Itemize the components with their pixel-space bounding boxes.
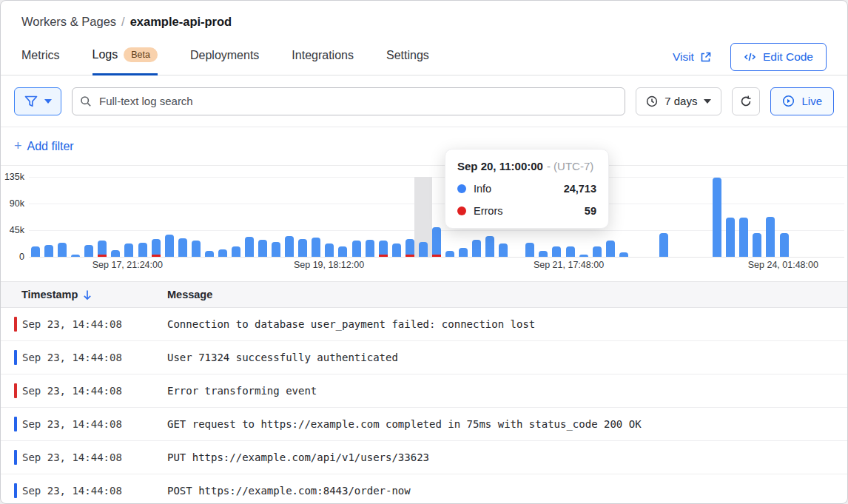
chart-bar[interactable] [98,241,107,257]
chart-bar[interactable] [419,242,428,257]
chart-bar[interactable] [31,246,40,257]
filter-dropdown-button[interactable] [14,87,61,115]
chart-bar-slot[interactable] [417,177,430,257]
sort-desc-icon[interactable] [82,289,92,300]
chart-bar[interactable] [485,236,494,257]
chart-bar-slot[interactable] [818,177,831,257]
chart-bar-slot[interactable] [336,177,349,257]
chart-bar-slot[interactable] [617,177,630,257]
chart-bar-slot[interactable] [323,177,336,257]
message-column-header[interactable]: Message [167,289,212,300]
chart-bar[interactable] [285,236,294,257]
chart-bar[interactable] [379,241,388,257]
chart-bar-slot[interactable] [350,177,363,257]
log-table-row[interactable]: Sep 23, 14:44:08PUT https://example.com/… [1,441,847,474]
chart-bar[interactable] [739,218,748,257]
chart-bar[interactable] [366,240,374,257]
chart-bar[interactable] [298,239,307,257]
log-table-row[interactable]: Sep 23, 14:44:08User 71324 successfully … [1,341,847,374]
chart-bar[interactable] [325,243,334,257]
log-table-row[interactable]: Sep 23, 14:44:08Connection to database u… [1,308,847,341]
chart-bar-slot[interactable] [750,177,764,257]
chart-bar-slot[interactable] [363,177,377,257]
chart-bar-slot[interactable] [296,177,309,257]
chart-bar[interactable] [406,239,414,257]
chart-bar-slot[interactable] [764,177,777,257]
chart-bar[interactable] [352,241,361,257]
chart-bar-slot[interactable] [176,177,189,257]
timestamp-column-header[interactable]: Timestamp [1,289,167,300]
chart-bar[interactable] [84,245,93,257]
chart-bar[interactable] [338,246,347,257]
log-table-row[interactable]: Sep 23, 14:44:08GET request to https://e… [1,408,847,441]
breadcrumb-section[interactable]: Workers & Pages [21,15,116,28]
chart-bar[interactable] [232,246,240,257]
chart-bar[interactable] [432,227,441,257]
chart-bar[interactable] [566,246,575,257]
chart-bar-slot[interactable] [377,177,390,257]
tab-deployments[interactable]: Deployments [190,49,259,75]
chart-bar[interactable] [579,255,588,257]
chart-bar-slot[interactable] [122,177,135,257]
chart-bar[interactable] [472,240,481,257]
chart-bar-slot[interactable] [430,177,443,257]
chart-bar[interactable] [726,218,735,257]
chart-bar-slot[interactable] [82,177,95,257]
chart-bar-slot[interactable] [229,177,243,257]
chart-bar-slot[interactable] [630,177,644,257]
chart-bar[interactable] [780,233,789,257]
chart-bar[interactable] [459,248,468,257]
chart-bar[interactable] [44,245,53,257]
chart-bar-slot[interactable] [778,177,791,257]
chart-bar-slot[interactable] [95,177,109,257]
tab-settings[interactable]: Settings [386,49,429,75]
chart-bar[interactable] [445,251,454,257]
chart-bar[interactable] [713,178,721,257]
chart-bar-slot[interactable] [216,177,229,257]
chart-bar-slot[interactable] [724,177,737,257]
chart-bar-slot[interactable] [29,177,42,257]
chart-bar[interactable] [58,243,67,257]
log-table-row[interactable]: Sep 23, 14:44:08Error transforming event [1,374,847,408]
chart-bar[interactable] [124,243,133,257]
chart-bar[interactable] [539,251,548,257]
live-button[interactable]: Live [770,87,834,115]
chart-bar-slot[interactable] [243,177,256,257]
chart-bar-slot[interactable] [710,177,724,257]
tab-integrations[interactable]: Integrations [292,49,354,75]
chart-bar-slot[interactable] [697,177,710,257]
chart-bar[interactable] [192,241,201,257]
chart-bar-slot[interactable] [163,177,176,257]
chart-bar[interactable] [593,246,602,257]
chart-bar-slot[interactable] [42,177,55,257]
log-table-row[interactable]: Sep 23, 14:44:08POST https://example.com… [1,474,847,504]
chart-bar[interactable] [165,235,174,257]
chart-bar-slot[interactable] [55,177,69,257]
chart-bar[interactable] [312,238,320,257]
chart-bar-slot[interactable] [136,177,149,257]
chart-bar[interactable] [258,240,267,257]
chart-bar[interactable] [218,249,227,257]
chart-bar-slot[interactable] [831,177,844,257]
chart-bar-slot[interactable] [737,177,750,257]
chart-bar-slot[interactable] [309,177,323,257]
chart-bar-slot[interactable] [804,177,818,257]
time-range-dropdown[interactable]: 7 days [636,87,721,115]
tab-logs[interactable]: Logs Beta [92,47,158,75]
chart-bar-slot[interactable] [189,177,203,257]
refresh-button[interactable] [732,87,760,115]
chart-bar-slot[interactable] [644,177,657,257]
chart-bar-slot[interactable] [269,177,283,257]
add-filter-button[interactable]: + Add filter [14,138,74,154]
chart-bar[interactable] [272,242,280,257]
chart-bar[interactable] [245,237,254,257]
chart-bar[interactable] [552,246,561,257]
chart-bar[interactable] [619,252,628,257]
chart-bar[interactable] [659,233,668,257]
chart-bar[interactable] [766,217,775,257]
edit-code-button[interactable]: Edit Code [730,43,827,71]
chart-bar-slot[interactable] [390,177,403,257]
chart-bar[interactable] [753,233,761,257]
chart-bar-slot[interactable] [670,177,684,257]
chart-bar[interactable] [525,243,534,257]
